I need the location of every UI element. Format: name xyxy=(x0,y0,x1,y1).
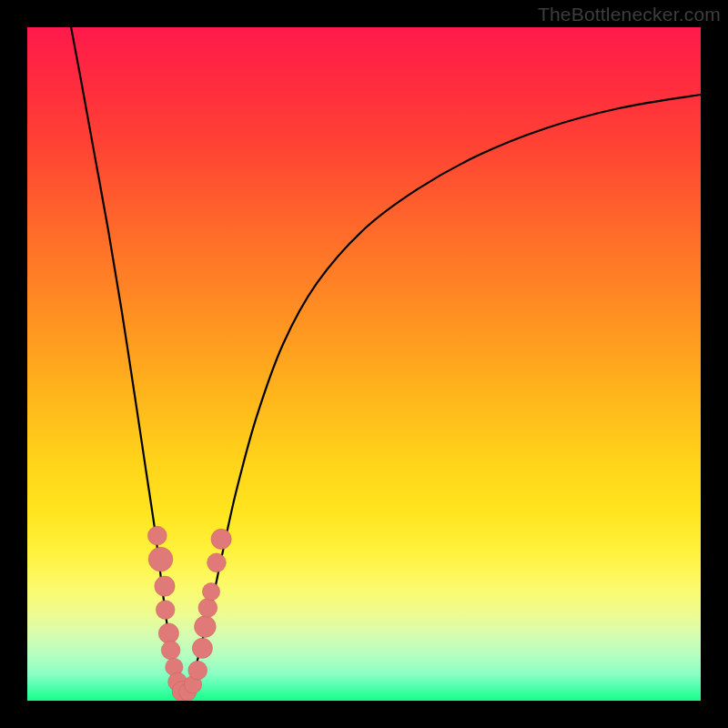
data-point xyxy=(188,661,207,680)
chart-frame: TheBottlenecker.com xyxy=(0,0,728,728)
data-point xyxy=(147,526,167,545)
watermark-text: TheBottlenecker.com xyxy=(538,4,721,25)
data-point xyxy=(158,623,178,643)
data-point xyxy=(148,547,173,571)
curve-right-branch xyxy=(182,95,701,694)
data-points-group xyxy=(147,526,231,701)
bottleneck-curve-svg xyxy=(27,27,701,701)
data-point xyxy=(195,616,217,638)
data-point xyxy=(161,641,180,660)
data-point xyxy=(156,601,175,620)
data-point xyxy=(202,583,219,601)
data-point xyxy=(155,576,175,596)
plot-area xyxy=(27,27,701,701)
data-point xyxy=(198,599,217,618)
data-point xyxy=(211,529,231,549)
data-point xyxy=(192,638,212,658)
data-point xyxy=(207,553,227,572)
